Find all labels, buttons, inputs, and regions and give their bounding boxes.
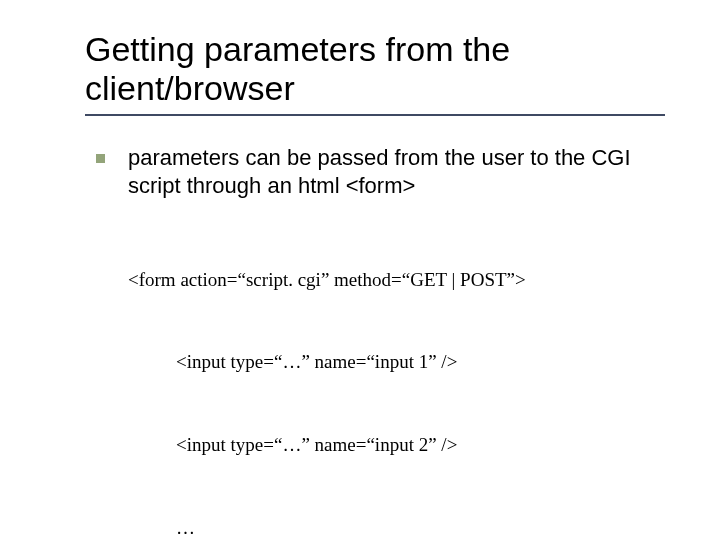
code-example: <form action=“script. cgi” method=“GET |…: [128, 211, 670, 541]
bullet-list: parameters can be passed from the user t…: [90, 144, 670, 200]
slide-title: Getting parameters from the client/brows…: [85, 30, 670, 108]
code-line-input-2: <input type=“…” name=“input 2” />: [176, 431, 670, 459]
code-line-ellipsis: …: [176, 514, 670, 540]
slide: Getting parameters from the client/brows…: [0, 0, 720, 540]
code-line-form-open: <form action=“script. cgi” method=“GET |…: [128, 266, 670, 294]
title-underline: [85, 114, 665, 116]
code-line-input-1: <input type=“…” name=“input 1” />: [176, 348, 670, 376]
bullet-item-1: parameters can be passed from the user t…: [90, 144, 670, 200]
